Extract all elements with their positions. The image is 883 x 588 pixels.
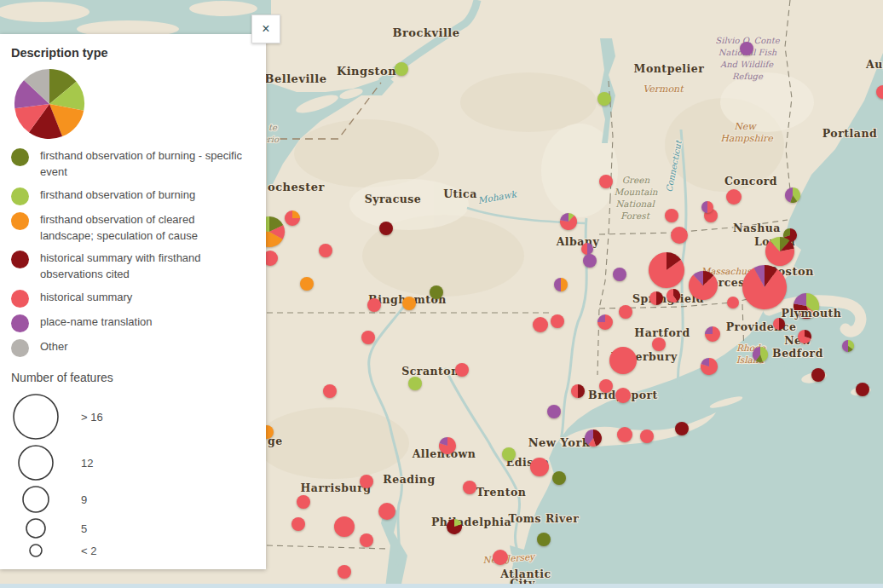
legend-item-label: firsthand observation of burning (40, 187, 195, 204)
bottom-scrollbar[interactable] (0, 584, 883, 588)
close-button[interactable]: × (251, 14, 280, 43)
map-feature-pie-marker[interactable] (701, 201, 713, 213)
pie-segment (665, 209, 678, 222)
pie-segment (583, 254, 597, 268)
pie-segment (537, 533, 551, 546)
pie-segment (597, 92, 611, 106)
map-feature-pie-marker[interactable] (571, 384, 585, 398)
map-feature-pie-marker[interactable] (430, 285, 443, 299)
size-legend-label: 5 (81, 522, 87, 535)
map-feature-pie-marker[interactable] (609, 347, 637, 374)
size-legend-label: > 16 (81, 411, 103, 424)
map-feature-pie-marker[interactable] (727, 297, 739, 308)
map-feature-pie-marker[interactable] (740, 42, 753, 55)
pie-segment (533, 317, 548, 332)
description-type-pie-chart (14, 68, 85, 140)
map-feature-pie-marker[interactable] (753, 347, 768, 362)
map-feature-pie-marker[interactable] (842, 340, 854, 352)
map-feature-pie-marker[interactable] (599, 379, 613, 393)
map-feature-pie-marker[interactable] (323, 384, 337, 398)
map-feature-pie-marker[interactable] (705, 326, 720, 342)
map-feature-pie-marker[interactable] (291, 517, 305, 531)
map-feature-pie-marker[interactable] (773, 318, 785, 330)
map-feature-pie-marker[interactable] (502, 447, 516, 461)
map-feature-pie-marker[interactable] (360, 475, 373, 488)
map-feature-pie-marker[interactable] (652, 337, 666, 351)
map-label: Nashua (733, 222, 781, 234)
map-feature-pie-marker[interactable] (581, 243, 593, 255)
map-feature-pie-marker[interactable] (297, 495, 310, 509)
map-feature-pie-marker[interactable] (533, 317, 548, 332)
map-feature-pie-marker[interactable] (547, 405, 561, 418)
map-feature-pie-marker[interactable] (597, 92, 611, 106)
map-feature-pie-marker[interactable] (671, 227, 688, 244)
pie-segment (455, 363, 469, 377)
map-feature-pie-marker[interactable] (726, 189, 742, 205)
map-feature-pie-marker[interactable] (785, 187, 800, 203)
map-feature-pie-marker[interactable] (367, 298, 381, 312)
map-feature-pie-marker[interactable] (334, 516, 355, 537)
map-label: Brockville (392, 26, 459, 39)
map-feature-pie-marker[interactable] (530, 458, 549, 476)
pie-segment (319, 244, 332, 257)
map-feature-pie-marker[interactable] (537, 533, 551, 546)
map-feature-pie-marker[interactable] (856, 383, 869, 396)
pie-segment (726, 189, 742, 205)
map-feature-pie-marker[interactable] (742, 265, 787, 309)
map-feature-pie-marker[interactable] (319, 244, 332, 257)
map-feature-pie-marker[interactable] (360, 533, 373, 547)
map-feature-pie-marker[interactable] (551, 314, 564, 328)
map-feature-pie-marker[interactable] (554, 278, 568, 291)
map-feature-pie-marker[interactable] (667, 289, 680, 303)
map-feature-pie-marker[interactable] (649, 291, 663, 305)
map-feature-pie-marker[interactable] (395, 62, 408, 76)
legend-swatch (11, 290, 29, 308)
map-feature-pie-marker[interactable] (798, 330, 811, 343)
map-feature-pie-marker[interactable] (378, 503, 395, 520)
map-feature-pie-marker[interactable] (493, 550, 508, 565)
map-feature-pie-marker[interactable] (439, 437, 456, 454)
map-feature-pie-marker[interactable] (599, 175, 613, 188)
map-feature-pie-marker[interactable] (560, 213, 577, 230)
map-feature-pie-marker[interactable] (463, 481, 476, 494)
map-feature-pie-marker[interactable] (455, 363, 469, 377)
pie-segment (856, 383, 869, 396)
map-feature-pie-marker[interactable] (585, 429, 602, 447)
pie-segment (599, 175, 613, 188)
pie-segment (619, 305, 632, 319)
map-label: Forest (620, 210, 651, 221)
map-label: Hampshire (720, 133, 774, 144)
map-feature-pie-marker[interactable] (615, 388, 631, 403)
pie-segment (502, 447, 516, 461)
map-feature-pie-marker[interactable] (617, 427, 632, 442)
map-feature-pie-marker[interactable] (665, 209, 678, 222)
legend-item: firsthand observation of burning (11, 187, 254, 205)
map-feature-pie-marker[interactable] (338, 565, 351, 579)
map-feature-pie-marker[interactable] (402, 297, 416, 310)
pie-segment (360, 533, 373, 547)
map-feature-pie-marker[interactable] (765, 237, 794, 266)
map-feature-pie-marker[interactable] (613, 268, 626, 281)
map-feature-pie-marker[interactable] (379, 222, 393, 235)
map-feature-pie-marker[interactable] (675, 422, 689, 435)
legend-swatch (11, 187, 29, 205)
map-feature-pie-marker[interactable] (361, 331, 375, 344)
map-feature-pie-marker[interactable] (701, 358, 718, 375)
map-feature-pie-marker[interactable] (583, 254, 597, 268)
map-feature-pie-marker[interactable] (552, 471, 566, 485)
map-feature-pie-marker[interactable] (689, 271, 718, 300)
map-feature-pie-marker[interactable] (649, 252, 684, 288)
map-feature-pie-marker[interactable] (447, 519, 462, 534)
map-feature-pie-marker[interactable] (300, 277, 314, 291)
pie-segment (652, 337, 666, 351)
pie-segment (551, 314, 564, 328)
map-feature-pie-marker[interactable] (811, 368, 825, 382)
map-feature-pie-marker[interactable] (408, 377, 422, 390)
map-feature-pie-marker[interactable] (619, 305, 632, 319)
map-feature-pie-marker[interactable] (640, 429, 654, 443)
map-feature-pie-marker[interactable] (597, 314, 613, 330)
map-label: Albany (556, 235, 600, 248)
size-legend-circle (12, 393, 60, 441)
legend-items-list: firsthand observation of burning - speci… (11, 148, 254, 357)
map-feature-pie-marker[interactable] (285, 210, 300, 226)
